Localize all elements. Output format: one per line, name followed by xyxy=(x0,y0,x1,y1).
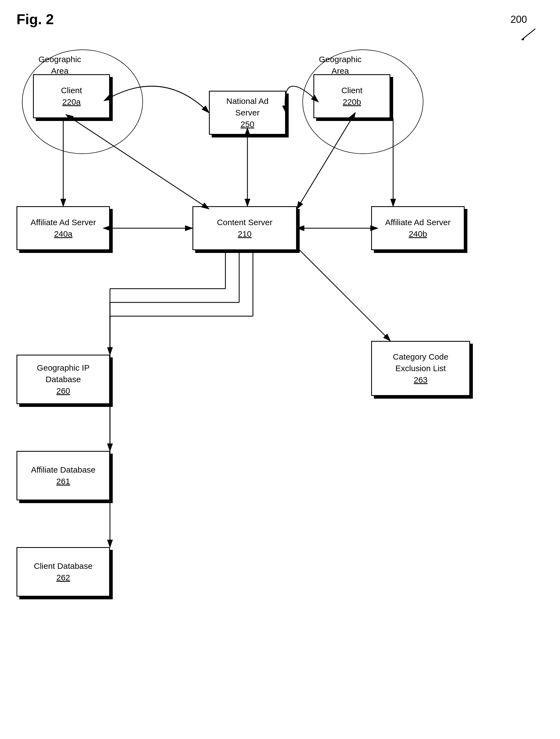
national-ad-server-box: National Ad Server 250 xyxy=(209,91,286,135)
figure-ref-number: 200 xyxy=(511,14,527,25)
ref-arrow-icon xyxy=(516,26,538,43)
affiliate-ad-server-b-box: Affiliate Ad Server 240b xyxy=(371,206,464,250)
geographic-ip-db-box: Geographic IP Database 260 xyxy=(16,355,110,404)
client-a-box: Client 220a xyxy=(33,74,110,118)
svg-line-11 xyxy=(297,248,390,341)
affiliate-ad-server-a-box: Affiliate Ad Server 240a xyxy=(16,206,110,250)
content-server-box: Content Server 210 xyxy=(192,206,297,250)
client-db-box: Client Database 262 xyxy=(16,547,110,597)
category-code-box: Category Code Exclusion List 263 xyxy=(371,341,470,396)
figure-label: Fig. 2 xyxy=(16,11,54,27)
affiliate-db-box: Affiliate Database 261 xyxy=(16,451,110,500)
client-b-box: Client 220b xyxy=(313,74,390,118)
svg-marker-1 xyxy=(522,37,524,40)
